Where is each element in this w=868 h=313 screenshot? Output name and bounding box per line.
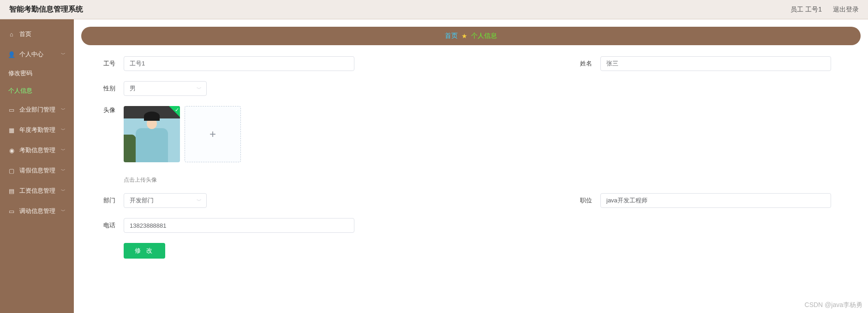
position-input[interactable] — [600, 193, 831, 208]
clipboard-icon: ▢ — [8, 167, 15, 174]
position-label: 职位 — [580, 196, 599, 205]
document-icon: ▤ — [8, 188, 15, 194]
monitor-icon: ▭ — [8, 106, 15, 113]
emp-id-input[interactable] — [124, 56, 354, 71]
chevron-down-icon: ﹀ — [61, 51, 66, 58]
sidebar-item-transfer-info[interactable]: ▭ 调动信息管理 ﹀ — [0, 201, 74, 221]
topbar-right: 员工 工号1 退出登录 — [790, 6, 859, 14]
chevron-down-icon: ﹀ — [61, 106, 66, 113]
chevron-down-icon: ﹀ — [197, 197, 202, 204]
breadcrumb-current: 个人信息 — [471, 32, 497, 40]
dept-label: 部门 — [103, 196, 122, 205]
submit-button[interactable]: 修 改 — [124, 243, 165, 259]
sidebar-item-attendance-info[interactable]: ◉ 考勤信息管理 ﹀ — [0, 140, 74, 160]
sidebar-sub-change-password[interactable]: 修改密码 — [0, 65, 74, 82]
sidebar-item-annual-attendance[interactable]: ▦ 年度考勤管理 ﹀ — [0, 120, 74, 140]
bulb-icon: ◉ — [8, 147, 15, 154]
check-icon — [169, 106, 180, 117]
sidebar-item-home[interactable]: ⌂ 首页 — [0, 24, 74, 44]
chevron-down-icon: ﹀ — [61, 208, 66, 214]
chevron-down-icon: ﹀ — [61, 188, 66, 194]
sidebar-item-label: 个人中心 — [19, 50, 43, 59]
sidebar: ⌂ 首页 👤 个人中心 ﹀ 修改密码 个人信息 ▭ 企业部门管理 ﹀ ▦ 年度考… — [0, 19, 74, 313]
breadcrumb-home[interactable]: 首页 — [445, 32, 458, 40]
sidebar-item-label: 年度考勤管理 — [19, 126, 55, 134]
home-icon: ⌂ — [8, 31, 15, 37]
chevron-down-icon: ﹀ — [61, 167, 66, 174]
chevron-down-icon: ﹀ — [61, 127, 66, 133]
sidebar-item-label: 调动信息管理 — [19, 207, 55, 215]
sidebar-item-salary-info[interactable]: ▤ 工资信息管理 ﹀ — [0, 181, 74, 201]
avatar-thumbnail[interactable] — [124, 106, 180, 162]
logout-button[interactable]: 退出登录 — [833, 6, 859, 14]
sidebar-item-label: 请假信息管理 — [19, 166, 55, 175]
dept-select[interactable]: 开发部门 ﹀ — [124, 193, 207, 208]
sidebar-sub-personal-info[interactable]: 个人信息 — [0, 82, 74, 100]
chevron-down-icon: ﹀ — [197, 85, 202, 92]
topbar: 智能考勤信息管理系统 员工 工号1 退出登录 — [0, 0, 868, 19]
upload-hint[interactable]: 点击上传头像 — [124, 176, 838, 184]
gender-select[interactable]: 男 ﹀ — [124, 81, 207, 96]
sidebar-item-personal-center[interactable]: 👤 个人中心 ﹀ — [0, 44, 74, 65]
main-content: 首页 ★ 个人信息 工号 姓名 性别 男 ﹀ — [74, 19, 868, 313]
sidebar-item-enterprise-dept[interactable]: ▭ 企业部门管理 ﹀ — [0, 100, 74, 120]
dept-value: 开发部门 — [130, 196, 154, 205]
phone-label: 电话 — [103, 221, 122, 230]
sidebar-item-leave-info[interactable]: ▢ 请假信息管理 ﹀ — [0, 160, 74, 181]
user-label[interactable]: 员工 工号1 — [790, 6, 822, 14]
user-icon: 👤 — [8, 51, 15, 58]
presentation-icon: ▭ — [8, 208, 15, 214]
gender-label: 性别 — [103, 84, 122, 93]
sidebar-item-label: 企业部门管理 — [19, 106, 55, 114]
sidebar-item-label: 首页 — [19, 30, 31, 38]
personal-info-form: 工号 姓名 性别 男 ﹀ 头像 — [81, 56, 861, 259]
plus-icon: + — [210, 128, 216, 141]
gender-value: 男 — [130, 84, 136, 93]
sidebar-item-label: 考勤信息管理 — [19, 146, 55, 154]
avatar-label: 头像 — [103, 106, 122, 114]
name-input[interactable] — [600, 56, 831, 71]
phone-input[interactable] — [124, 218, 354, 233]
name-label: 姓名 — [580, 59, 599, 68]
app-title: 智能考勤信息管理系统 — [9, 5, 83, 14]
chevron-down-icon: ﹀ — [61, 147, 66, 154]
upload-avatar-button[interactable]: + — [185, 106, 241, 162]
sidebar-item-label: 工资信息管理 — [19, 187, 55, 195]
emp-id-label: 工号 — [103, 59, 122, 68]
star-icon: ★ — [461, 32, 467, 40]
grid-icon: ▦ — [8, 127, 15, 133]
breadcrumb: 首页 ★ 个人信息 — [81, 27, 861, 45]
